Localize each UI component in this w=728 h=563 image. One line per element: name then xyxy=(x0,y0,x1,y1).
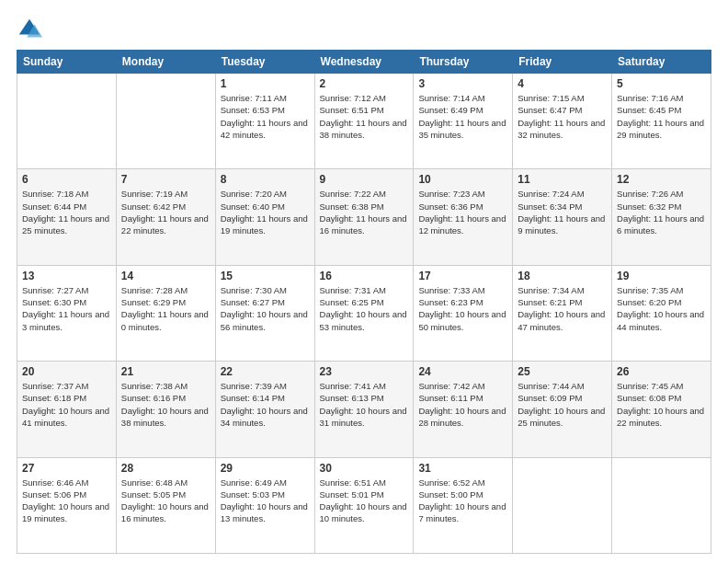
day-number: 11 xyxy=(518,173,607,186)
day-number: 10 xyxy=(418,173,507,186)
day-cell: 13Sunrise: 7:27 AM Sunset: 6:30 PM Dayli… xyxy=(17,265,117,361)
day-cell xyxy=(513,457,612,553)
day-cell: 31Sunrise: 6:52 AM Sunset: 5:00 PM Dayli… xyxy=(414,457,513,553)
day-cell: 3Sunrise: 7:14 AM Sunset: 6:49 PM Daylig… xyxy=(414,74,513,169)
day-info: Sunrise: 7:15 AM Sunset: 6:47 PM Dayligh… xyxy=(518,92,607,141)
day-cell xyxy=(612,457,711,553)
day-number: 15 xyxy=(221,270,310,282)
day-cell: 17Sunrise: 7:33 AM Sunset: 6:23 PM Dayli… xyxy=(414,265,513,361)
day-info: Sunrise: 7:41 AM Sunset: 6:13 PM Dayligh… xyxy=(320,380,409,429)
weekday-tuesday: Tuesday xyxy=(215,51,314,74)
day-info: Sunrise: 6:51 AM Sunset: 5:01 PM Dayligh… xyxy=(320,477,409,525)
day-info: Sunrise: 7:30 AM Sunset: 6:27 PM Dayligh… xyxy=(221,284,310,333)
day-info: Sunrise: 7:27 AM Sunset: 6:30 PM Dayligh… xyxy=(22,284,111,333)
day-cell: 19Sunrise: 7:35 AM Sunset: 6:20 PM Dayli… xyxy=(612,265,711,361)
day-info: Sunrise: 7:12 AM Sunset: 6:51 PM Dayligh… xyxy=(320,92,409,141)
day-number: 4 xyxy=(518,77,607,90)
day-number: 28 xyxy=(121,462,210,475)
day-number: 25 xyxy=(518,365,607,378)
day-cell: 6Sunrise: 7:18 AM Sunset: 6:44 PM Daylig… xyxy=(17,169,117,265)
day-cell: 4Sunrise: 7:15 AM Sunset: 6:47 PM Daylig… xyxy=(513,74,612,169)
day-number: 6 xyxy=(22,173,111,186)
day-cell xyxy=(17,74,117,169)
day-info: Sunrise: 7:14 AM Sunset: 6:49 PM Dayligh… xyxy=(418,92,507,141)
day-info: Sunrise: 7:35 AM Sunset: 6:20 PM Dayligh… xyxy=(617,284,706,333)
day-info: Sunrise: 7:18 AM Sunset: 6:44 PM Dayligh… xyxy=(22,188,111,236)
day-cell: 9Sunrise: 7:22 AM Sunset: 6:38 PM Daylig… xyxy=(314,169,414,265)
calendar-header: SundayMondayTuesdayWednesdayThursdayFrid… xyxy=(17,51,711,74)
day-cell: 28Sunrise: 6:48 AM Sunset: 5:05 PM Dayli… xyxy=(116,457,215,553)
day-number: 17 xyxy=(418,270,507,282)
day-cell: 12Sunrise: 7:26 AM Sunset: 6:32 PM Dayli… xyxy=(612,169,711,265)
week-row-3: 20Sunrise: 7:37 AM Sunset: 6:18 PM Dayli… xyxy=(17,362,711,457)
day-number: 31 xyxy=(418,462,507,475)
day-number: 13 xyxy=(22,270,111,282)
day-info: Sunrise: 7:20 AM Sunset: 6:40 PM Dayligh… xyxy=(221,188,310,236)
day-number: 14 xyxy=(121,270,210,282)
day-cell: 7Sunrise: 7:19 AM Sunset: 6:42 PM Daylig… xyxy=(116,169,215,265)
calendar-table: SundayMondayTuesdayWednesdayThursdayFrid… xyxy=(17,50,711,554)
day-info: Sunrise: 7:19 AM Sunset: 6:42 PM Dayligh… xyxy=(121,188,210,236)
day-info: Sunrise: 7:26 AM Sunset: 6:32 PM Dayligh… xyxy=(617,188,706,236)
day-info: Sunrise: 6:49 AM Sunset: 5:03 PM Dayligh… xyxy=(221,477,310,525)
page: SundayMondayTuesdayWednesdayThursdayFrid… xyxy=(0,0,728,563)
day-cell: 8Sunrise: 7:20 AM Sunset: 6:40 PM Daylig… xyxy=(215,169,314,265)
day-number: 21 xyxy=(121,365,210,378)
day-info: Sunrise: 7:45 AM Sunset: 6:08 PM Dayligh… xyxy=(617,380,706,429)
header xyxy=(17,17,711,42)
day-info: Sunrise: 7:34 AM Sunset: 6:21 PM Dayligh… xyxy=(518,284,607,333)
weekday-wednesday: Wednesday xyxy=(314,51,414,74)
day-number: 9 xyxy=(320,173,409,186)
day-info: Sunrise: 7:24 AM Sunset: 6:34 PM Dayligh… xyxy=(518,188,607,236)
day-number: 16 xyxy=(320,270,409,282)
day-info: Sunrise: 6:52 AM Sunset: 5:00 PM Dayligh… xyxy=(418,477,507,525)
week-row-4: 27Sunrise: 6:46 AM Sunset: 5:06 PM Dayli… xyxy=(17,457,711,553)
day-number: 23 xyxy=(320,365,409,378)
day-number: 12 xyxy=(617,173,706,186)
day-number: 19 xyxy=(617,270,706,282)
day-info: Sunrise: 7:33 AM Sunset: 6:23 PM Dayligh… xyxy=(418,284,507,333)
day-info: Sunrise: 7:22 AM Sunset: 6:38 PM Dayligh… xyxy=(320,188,409,236)
day-number: 22 xyxy=(221,365,310,378)
day-cell: 15Sunrise: 7:30 AM Sunset: 6:27 PM Dayli… xyxy=(215,265,314,361)
day-cell: 11Sunrise: 7:24 AM Sunset: 6:34 PM Dayli… xyxy=(513,169,612,265)
day-number: 24 xyxy=(418,365,507,378)
day-cell xyxy=(116,74,215,169)
day-cell: 24Sunrise: 7:42 AM Sunset: 6:11 PM Dayli… xyxy=(414,362,513,457)
day-cell: 10Sunrise: 7:23 AM Sunset: 6:36 PM Dayli… xyxy=(414,169,513,265)
day-cell: 27Sunrise: 6:46 AM Sunset: 5:06 PM Dayli… xyxy=(17,457,117,553)
week-row-2: 13Sunrise: 7:27 AM Sunset: 6:30 PM Dayli… xyxy=(17,265,711,361)
day-info: Sunrise: 6:48 AM Sunset: 5:05 PM Dayligh… xyxy=(121,477,210,525)
day-cell: 30Sunrise: 6:51 AM Sunset: 5:01 PM Dayli… xyxy=(314,457,414,553)
day-info: Sunrise: 7:11 AM Sunset: 6:53 PM Dayligh… xyxy=(221,92,310,141)
day-info: Sunrise: 7:39 AM Sunset: 6:14 PM Dayligh… xyxy=(221,380,310,429)
week-row-0: 1Sunrise: 7:11 AM Sunset: 6:53 PM Daylig… xyxy=(17,74,711,169)
day-number: 3 xyxy=(418,77,507,90)
day-cell: 26Sunrise: 7:45 AM Sunset: 6:08 PM Dayli… xyxy=(612,362,711,457)
day-number: 2 xyxy=(320,77,409,90)
day-cell: 20Sunrise: 7:37 AM Sunset: 6:18 PM Dayli… xyxy=(17,362,117,457)
week-row-1: 6Sunrise: 7:18 AM Sunset: 6:44 PM Daylig… xyxy=(17,169,711,265)
day-cell: 2Sunrise: 7:12 AM Sunset: 6:51 PM Daylig… xyxy=(314,74,414,169)
day-cell: 14Sunrise: 7:28 AM Sunset: 6:29 PM Dayli… xyxy=(116,265,215,361)
weekday-header-row: SundayMondayTuesdayWednesdayThursdayFrid… xyxy=(17,51,711,74)
day-cell: 29Sunrise: 6:49 AM Sunset: 5:03 PM Dayli… xyxy=(215,457,314,553)
day-info: Sunrise: 7:31 AM Sunset: 6:25 PM Dayligh… xyxy=(320,284,409,333)
day-info: Sunrise: 7:16 AM Sunset: 6:45 PM Dayligh… xyxy=(617,92,706,141)
day-info: Sunrise: 7:44 AM Sunset: 6:09 PM Dayligh… xyxy=(518,380,607,429)
logo xyxy=(17,17,46,42)
day-number: 30 xyxy=(320,462,409,475)
day-cell: 23Sunrise: 7:41 AM Sunset: 6:13 PM Dayli… xyxy=(314,362,414,457)
day-info: Sunrise: 7:38 AM Sunset: 6:16 PM Dayligh… xyxy=(121,380,210,429)
day-number: 5 xyxy=(617,77,706,90)
day-number: 8 xyxy=(221,173,310,186)
weekday-thursday: Thursday xyxy=(414,51,513,74)
weekday-saturday: Saturday xyxy=(612,51,711,74)
day-number: 20 xyxy=(22,365,111,378)
day-cell: 18Sunrise: 7:34 AM Sunset: 6:21 PM Dayli… xyxy=(513,265,612,361)
day-info: Sunrise: 7:28 AM Sunset: 6:29 PM Dayligh… xyxy=(121,284,210,333)
day-number: 18 xyxy=(518,270,607,282)
day-info: Sunrise: 7:37 AM Sunset: 6:18 PM Dayligh… xyxy=(22,380,111,429)
day-number: 7 xyxy=(121,173,210,186)
day-cell: 1Sunrise: 7:11 AM Sunset: 6:53 PM Daylig… xyxy=(215,74,314,169)
